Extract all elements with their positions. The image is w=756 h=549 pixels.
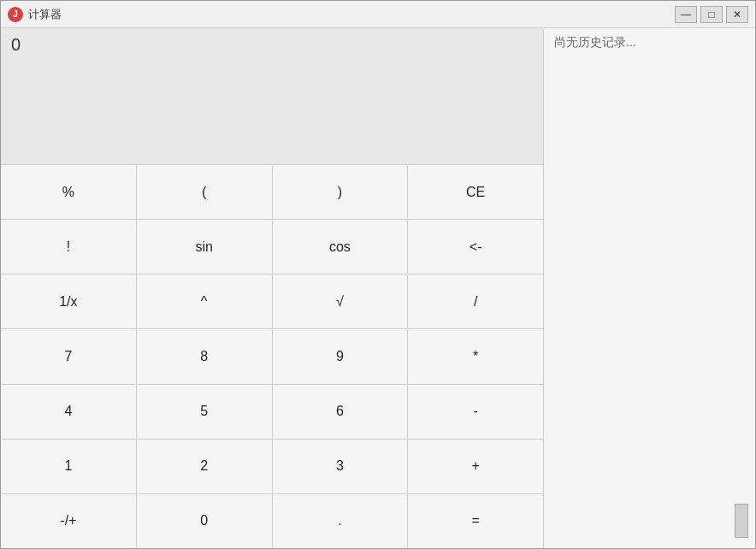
power-button[interactable]: ^ [137, 274, 273, 328]
backspace-button[interactable]: <- [408, 220, 543, 274]
title-controls: — □ ✕ [675, 6, 748, 23]
reciprocal-button[interactable]: 1/x [1, 274, 137, 328]
factorial-button[interactable]: ! [1, 220, 137, 274]
cos-button[interactable]: cos [273, 220, 409, 274]
six-button[interactable]: 6 [273, 385, 409, 439]
seven-button[interactable]: 7 [1, 329, 137, 383]
title-left: J 计算器 [8, 7, 62, 22]
button-row-2: ! sin cos <- [1, 220, 543, 274]
percent-button[interactable]: % [1, 165, 137, 219]
window-title: 计算器 [28, 7, 62, 22]
equals-button[interactable]: = [408, 494, 543, 548]
eight-button[interactable]: 8 [137, 329, 273, 383]
nine-button[interactable]: 9 [273, 329, 409, 383]
maximize-button[interactable]: □ [700, 6, 723, 23]
negate-button[interactable]: -/+ [1, 494, 137, 548]
calculator-panel: 0 % ( ) CE ! sin cos <- [1, 28, 544, 548]
zero-button[interactable]: 0 [137, 494, 273, 548]
sqrt-button[interactable]: √ [273, 274, 409, 328]
button-row-5: 4 5 6 - [1, 385, 543, 440]
button-row-4: 7 8 9 * [1, 329, 543, 384]
history-empty-text: 尚无历史记录... [554, 35, 636, 49]
buttons-area: % ( ) CE ! sin cos <- 1/x ^ √ / [1, 165, 543, 548]
decimal-button[interactable]: . [273, 494, 409, 548]
history-scrollbar[interactable] [735, 504, 748, 538]
multiply-button[interactable]: * [408, 329, 543, 383]
button-row-7: -/+ 0 . = [1, 494, 543, 548]
subtract-button[interactable]: - [408, 385, 543, 439]
display: 0 [1, 28, 543, 165]
app-icon-label: J [13, 9, 18, 19]
five-button[interactable]: 5 [137, 385, 273, 439]
close-paren-button[interactable]: ) [273, 165, 409, 219]
two-button[interactable]: 2 [137, 440, 273, 493]
sin-button[interactable]: sin [137, 220, 273, 274]
three-button[interactable]: 3 [273, 440, 409, 493]
calculator-window: J 计算器 — □ ✕ 0 % ( ) CE [0, 0, 756, 549]
minimize-button[interactable]: — [675, 6, 697, 23]
one-button[interactable]: 1 [1, 440, 137, 493]
divide-button[interactable]: / [408, 274, 543, 328]
ce-button[interactable]: CE [408, 165, 543, 219]
open-paren-button[interactable]: ( [137, 165, 273, 219]
display-value: 0 [11, 35, 21, 55]
button-row-1: % ( ) CE [1, 165, 543, 220]
button-row-6: 1 2 3 + [1, 440, 543, 494]
title-bar: J 计算器 — □ ✕ [1, 1, 755, 28]
four-button[interactable]: 4 [1, 385, 137, 439]
history-panel: 尚无历史记录... [544, 28, 755, 548]
button-row-3: 1/x ^ √ / [1, 274, 543, 329]
add-button[interactable]: + [408, 440, 543, 493]
app-icon: J [8, 7, 23, 22]
close-button[interactable]: ✕ [726, 6, 748, 23]
main-area: 0 % ( ) CE ! sin cos <- [1, 28, 755, 548]
